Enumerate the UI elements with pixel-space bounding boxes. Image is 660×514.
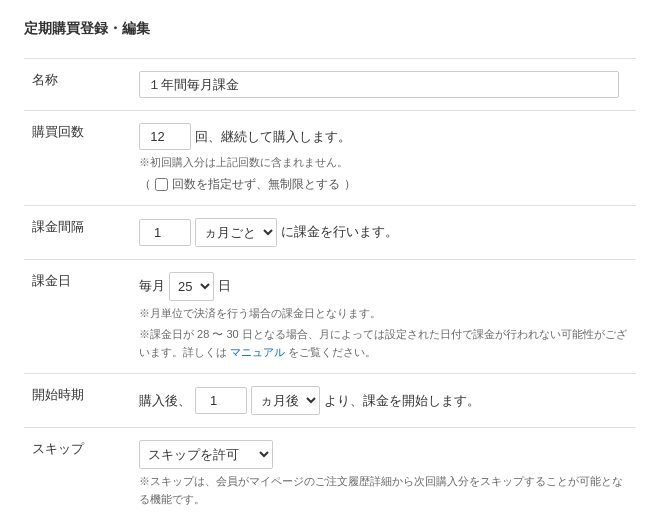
value-billing-day: 毎月 25 1 5 10 15 20 28 日 ※月単位で決済を行う場合の課金日… [131, 259, 636, 374]
paren-close: ） [344, 176, 356, 193]
billing-interval-row: ヵ月ごと 週ごと 日ごと に課金を行います。 [139, 218, 628, 247]
paren-open: （ [139, 176, 151, 193]
purchase-count-note1: ※初回購入分は上記回数に含まれません。 [139, 154, 628, 172]
value-start-timing: 購入後、 ヵ月後 週後 日後 より、課金を開始します。 [131, 374, 636, 428]
select-start-timing-unit[interactable]: ヵ月後 週後 日後 [251, 386, 320, 415]
input-name[interactable] [139, 71, 619, 98]
billing-day-note2: ※課金日が 28 〜 30 日となる場合、月によっては設定された日付で課金が行わ… [139, 326, 628, 361]
form-table: 名称 購買回数 回、継続して購入します。 ※初回購入分は上記回数に含まれません。… [24, 58, 636, 514]
value-name [131, 59, 636, 111]
purchase-count-suffix: 回、継続して購入します。 [195, 125, 351, 148]
skip-row: スキップを許可 スキップを不許可 [139, 440, 628, 469]
label-name: 名称 [24, 59, 131, 111]
value-billing-interval: ヵ月ごと 週ごと 日ごと に課金を行います。 [131, 205, 636, 259]
value-purchase-count: 回、継続して購入します。 ※初回購入分は上記回数に含まれません。 （ 回数を指定… [131, 111, 636, 206]
billing-day-prefix: 毎月 [139, 274, 165, 297]
skip-note: ※スキップは、会員がマイページのご注文履歴詳細から次回購入分をスキップすることが… [139, 473, 628, 508]
select-billing-day[interactable]: 25 1 5 10 15 20 28 [169, 272, 214, 301]
start-timing-prefix: 購入後、 [139, 389, 191, 412]
row-start-timing: 開始時期 購入後、 ヵ月後 週後 日後 より、課金を開始します。 [24, 374, 636, 428]
row-purchase-count: 購買回数 回、継続して購入します。 ※初回購入分は上記回数に含まれません。 （ … [24, 111, 636, 206]
label-purchase-count: 購買回数 [24, 111, 131, 206]
billing-day-suffix: 日 [218, 274, 231, 297]
unlimited-label: 回数を指定せず、無制限とする [172, 176, 340, 193]
input-billing-interval[interactable] [139, 219, 191, 246]
row-billing-interval: 課金間隔 ヵ月ごと 週ごと 日ごと に課金を行います。 [24, 205, 636, 259]
unlimited-checkbox[interactable] [155, 178, 168, 191]
label-billing-interval: 課金間隔 [24, 205, 131, 259]
billing-day-note1: ※月単位で決済を行う場合の課金日となります。 [139, 305, 628, 323]
start-timing-suffix: より、課金を開始します。 [324, 389, 480, 412]
manual-link[interactable]: マニュアル [230, 346, 285, 358]
select-skip[interactable]: スキップを許可 スキップを不許可 [139, 440, 273, 469]
label-start-timing: 開始時期 [24, 374, 131, 428]
billing-interval-suffix: に課金を行います。 [281, 220, 398, 243]
page-container: 定期購買登録・編集 名称 購買回数 回、継続して購入します。 ※初回購入分は上記… [0, 0, 660, 514]
label-billing-day: 課金日 [24, 259, 131, 374]
purchase-count-row: 回、継続して購入します。 [139, 123, 628, 150]
start-timing-row: 購入後、 ヵ月後 週後 日後 より、課金を開始します。 [139, 386, 628, 415]
input-purchase-count[interactable] [139, 123, 191, 150]
page-title: 定期購買登録・編集 [24, 20, 636, 38]
select-billing-interval-unit[interactable]: ヵ月ごと 週ごと 日ごと [195, 218, 277, 247]
value-skip: スキップを許可 スキップを不許可 ※スキップは、会員がマイページのご注文履歴詳細… [131, 428, 636, 514]
purchase-count-checkbox-row: （ 回数を指定せず、無制限とする ） [139, 176, 628, 193]
billing-day-row: 毎月 25 1 5 10 15 20 28 日 [139, 272, 628, 301]
label-skip: スキップ [24, 428, 131, 514]
row-name: 名称 [24, 59, 636, 111]
row-billing-day: 課金日 毎月 25 1 5 10 15 20 28 日 ※月単位で決済を行う場合… [24, 259, 636, 374]
row-skip: スキップ スキップを許可 スキップを不許可 ※スキップは、会員がマイページのご注… [24, 428, 636, 514]
input-start-timing[interactable] [195, 387, 247, 414]
